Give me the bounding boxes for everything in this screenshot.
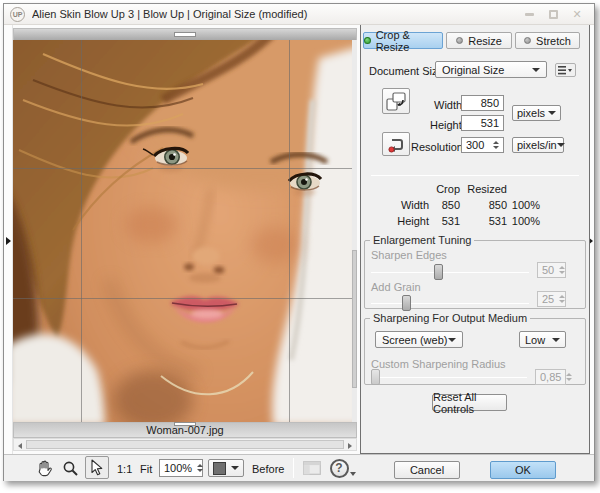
size-unit-value: pixels (517, 107, 545, 119)
output-sharpening-title: Sharpening For Output Medium (370, 312, 530, 324)
spinner-icon (559, 266, 565, 274)
scroll-left-icon[interactable] (18, 443, 22, 449)
rotate-dimensions-button[interactable] (382, 88, 410, 114)
sharpen-edges-label: Sharpen Edges (371, 249, 447, 261)
document-size-menu-button[interactable] (555, 63, 576, 77)
hand-icon (36, 460, 53, 477)
title-bar[interactable]: UP Alien Skin Blow Up 3 | Blow Up | Orig… (4, 4, 594, 25)
pointer-tool-button[interactable] (85, 456, 109, 479)
before-toggle[interactable]: Before (252, 463, 284, 475)
document-size-label: Document Size (369, 65, 444, 77)
add-grain-input[interactable]: 25 (537, 291, 566, 307)
sharpen-edges-slider[interactable] (371, 272, 529, 273)
help-button[interactable]: ? (328, 457, 350, 479)
spinner-icon[interactable] (493, 141, 499, 149)
preview-image[interactable] (13, 40, 357, 422)
cancel-button[interactable]: Cancel (394, 461, 460, 479)
summary-crop-width: 850 (420, 199, 460, 211)
width-label: Width (434, 99, 462, 111)
sharpen-amount-value: Low (525, 334, 545, 346)
add-grain-slider-thumb[interactable] (402, 295, 411, 311)
help-icon: ? (330, 459, 349, 478)
crop-handle-bottom[interactable] (174, 422, 196, 426)
close-icon: ✕ (572, 9, 581, 19)
crop-handle-top[interactable] (174, 32, 196, 37)
sharpen-amount-dropdown[interactable]: Low (519, 331, 566, 348)
height-value: 531 (481, 117, 499, 129)
document-size-dropdown[interactable]: Original Size (435, 61, 547, 78)
summary-percent-width: 100% (500, 199, 540, 211)
sharpen-edges-value: 50 (542, 264, 554, 276)
help-menu-caret-icon[interactable] (350, 472, 356, 476)
scroll-right-icon[interactable] (348, 443, 352, 449)
crop-grid-line-v2 (289, 40, 290, 422)
magnifier-icon (62, 460, 79, 477)
size-unit-dropdown[interactable]: pixels (512, 105, 561, 121)
app-logo-icon: UP (10, 7, 25, 22)
tab-dot-icon (456, 37, 463, 44)
tab-label: Stretch (536, 35, 571, 47)
split-view-button[interactable] (301, 459, 323, 477)
resample-loop-icon (387, 135, 405, 153)
minimize-button[interactable] (522, 8, 536, 20)
filename-bar: Woman-007.jpg (13, 422, 357, 438)
custom-radius-slider-thumb[interactable] (371, 369, 380, 385)
panel-layout-icon (303, 461, 321, 475)
hscroll-thumb[interactable] (26, 440, 344, 449)
spinner-icon (559, 295, 565, 303)
width-value: 850 (481, 97, 499, 109)
minimize-icon (525, 13, 534, 16)
preview-vertical-scrollbar[interactable] (352, 40, 357, 422)
window-controls: ✕ (522, 8, 584, 20)
height-input[interactable]: 531 (461, 115, 504, 131)
ok-label: OK (515, 464, 531, 476)
color-swatch-icon (213, 462, 226, 475)
reset-all-controls-button[interactable]: Reset All Controls (432, 394, 507, 411)
resolution-label: Resolution (411, 141, 463, 153)
custom-radius-slider[interactable] (371, 377, 527, 378)
background-color-dropdown[interactable] (208, 459, 244, 477)
custom-radius-input[interactable]: 0,85 (535, 369, 566, 385)
tab-resize[interactable]: Resize (446, 32, 512, 49)
fit-button[interactable]: Fit (140, 463, 152, 475)
chevron-down-icon (231, 466, 239, 470)
document-size-value: Original Size (442, 64, 504, 76)
woman-portrait-image (13, 40, 357, 422)
hand-tool-button[interactable] (33, 458, 55, 479)
divider (293, 458, 294, 478)
output-medium-value: Screen (web) (382, 334, 447, 346)
maximize-button[interactable] (546, 8, 560, 20)
summary-percent-height: 100% (500, 215, 540, 227)
vscroll-thumb[interactable] (352, 250, 357, 388)
zoom-tool-button[interactable] (59, 458, 81, 479)
add-grain-slider[interactable] (371, 303, 529, 304)
sharpen-edges-slider-thumb[interactable] (434, 264, 443, 280)
sharpen-edges-input[interactable]: 50 (537, 262, 566, 278)
left-panel-toggle[interactable] (4, 25, 13, 454)
width-input[interactable]: 850 (461, 95, 504, 111)
cancel-label: Cancel (410, 464, 444, 476)
rotate-pages-icon (386, 92, 406, 111)
crop-grid-line-h1 (13, 168, 357, 169)
menu-list-icon (558, 66, 573, 75)
bottom-toolbar: 1:1 Fit 100% Before ? Cancel OK (4, 454, 594, 481)
preview-horizontal-scrollbar[interactable] (13, 438, 357, 451)
tab-stretch[interactable]: Stretch (515, 32, 580, 49)
tab-label: Resize (468, 35, 502, 47)
resolution-input[interactable]: 300 (461, 137, 504, 153)
ok-button[interactable]: OK (490, 461, 556, 479)
close-button[interactable]: ✕ (570, 8, 584, 20)
help-glyph: ? (335, 461, 342, 475)
spinner-icon[interactable] (197, 464, 203, 472)
resolution-unit-dropdown[interactable]: pixels/in (512, 137, 564, 153)
chevron-down-icon (552, 338, 560, 342)
zoom-level-input[interactable]: 100% (159, 459, 203, 477)
resample-link-button[interactable] (382, 132, 410, 156)
crop-margin-top[interactable] (13, 28, 357, 40)
output-medium-dropdown[interactable]: Screen (web) (375, 331, 463, 348)
tab-crop-and-resize[interactable]: Crop & Resize (363, 32, 443, 49)
custom-radius-value: 0,85 (540, 371, 561, 383)
tab-active-dot-icon (364, 37, 371, 44)
one-to-one-button[interactable]: 1:1 (117, 463, 132, 475)
tab-dot-icon (524, 37, 531, 44)
